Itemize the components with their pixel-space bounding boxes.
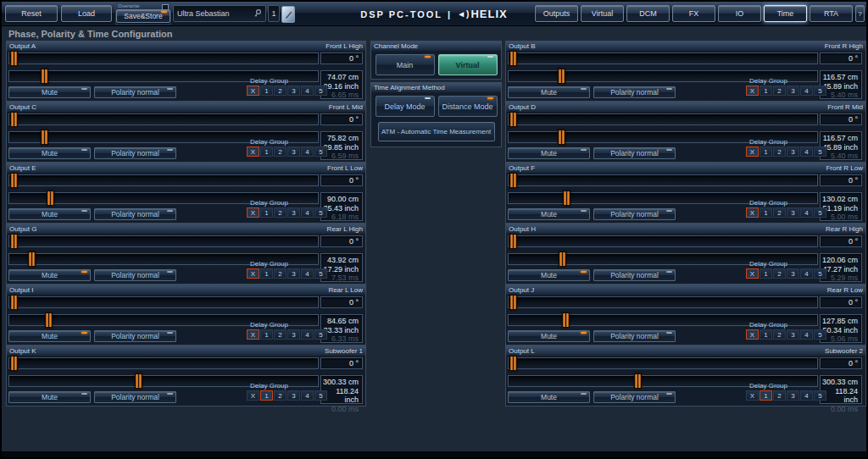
delay-group-1-button[interactable]: 1 bbox=[260, 390, 273, 401]
phase-value-field[interactable]: 0 ° bbox=[320, 113, 363, 125]
help-button[interactable]: ? bbox=[855, 5, 865, 22]
mute-button[interactable]: Mute bbox=[8, 208, 91, 220]
phase-value-field[interactable]: 0 ° bbox=[820, 113, 862, 125]
delay-group-5-button[interactable]: 5 bbox=[314, 268, 327, 279]
distance-slider-handle[interactable] bbox=[41, 69, 48, 84]
distance-slider-handle[interactable] bbox=[135, 373, 142, 389]
delay-group-3-button[interactable]: 3 bbox=[287, 207, 300, 218]
mute-button[interactable]: Mute bbox=[8, 86, 91, 98]
polarity-button[interactable]: Polarity normal bbox=[593, 330, 676, 342]
delay-group-4-button[interactable]: 4 bbox=[800, 268, 813, 279]
phase-slider-handle[interactable] bbox=[509, 112, 517, 127]
delay-group-1-button[interactable]: 1 bbox=[760, 86, 772, 96]
delay-group-2-button[interactable]: 2 bbox=[274, 390, 287, 401]
phase-value-field[interactable]: 0 ° bbox=[320, 357, 363, 369]
polarity-button[interactable]: Polarity normal bbox=[593, 391, 676, 403]
delay-group-5-button[interactable]: 5 bbox=[314, 147, 327, 157]
delay-group-4-button[interactable]: 4 bbox=[800, 86, 813, 96]
phase-slider[interactable] bbox=[508, 174, 818, 186]
mute-button[interactable]: Mute bbox=[508, 391, 590, 403]
delay-group-1-button[interactable]: 1 bbox=[760, 329, 772, 340]
reset-button[interactable]: Reset bbox=[5, 5, 58, 22]
delay-group-1-button[interactable]: 1 bbox=[760, 147, 772, 157]
polarity-button[interactable]: Polarity normal bbox=[94, 86, 176, 98]
delay-group-2-button[interactable]: 2 bbox=[773, 147, 786, 157]
distance-slider-handle[interactable] bbox=[562, 312, 570, 328]
delay-group-4-button[interactable]: 4 bbox=[301, 329, 314, 340]
delay-group-x-button[interactable]: X bbox=[247, 329, 259, 340]
delay-group-4-button[interactable]: 4 bbox=[301, 86, 314, 96]
phase-slider-handle[interactable] bbox=[10, 51, 18, 66]
delay-group-3-button[interactable]: 3 bbox=[787, 207, 799, 218]
delay-group-1-button[interactable]: 1 bbox=[760, 390, 772, 401]
phase-slider[interactable] bbox=[508, 296, 818, 308]
delay-group-x-button[interactable]: X bbox=[746, 207, 759, 218]
phase-slider-handle[interactable] bbox=[509, 173, 517, 188]
distance-slider-handle[interactable] bbox=[558, 130, 565, 145]
delay-group-x-button[interactable]: X bbox=[247, 86, 259, 96]
distance-slider-handle[interactable] bbox=[28, 252, 36, 267]
delay-group-2-button[interactable]: 2 bbox=[773, 268, 786, 279]
delay-group-5-button[interactable]: 5 bbox=[814, 329, 826, 340]
delay-group-4-button[interactable]: 4 bbox=[800, 329, 813, 340]
preset-number-field[interactable]: 1 bbox=[268, 5, 280, 22]
delay-group-5-button[interactable]: 5 bbox=[814, 268, 826, 279]
delay-group-3-button[interactable]: 3 bbox=[787, 147, 799, 157]
phase-slider-handle[interactable] bbox=[10, 173, 18, 188]
delay-group-x-button[interactable]: X bbox=[746, 86, 759, 96]
atm-button[interactable]: ATM - Automatic Time Measurement bbox=[378, 122, 495, 141]
phase-value-field[interactable]: 0 ° bbox=[820, 296, 862, 308]
nav-time-button[interactable]: Time bbox=[764, 5, 807, 22]
main-mode-button[interactable]: Main bbox=[376, 54, 435, 75]
save-store-button[interactable]: Save&Store bbox=[116, 9, 170, 23]
polarity-button[interactable]: Polarity normal bbox=[94, 391, 176, 403]
distance-slider-handle[interactable] bbox=[558, 69, 565, 84]
mute-button[interactable]: Mute bbox=[508, 147, 590, 159]
distance-slider-handle[interactable] bbox=[47, 191, 54, 206]
distance-slider-handle[interactable] bbox=[563, 191, 570, 206]
nav-io-button[interactable]: IO bbox=[718, 5, 761, 22]
delay-mode-button[interactable]: Delay Mode bbox=[376, 96, 435, 117]
delay-group-1-button[interactable]: 1 bbox=[260, 86, 273, 96]
delay-group-4-button[interactable]: 4 bbox=[301, 207, 314, 218]
polarity-button[interactable]: Polarity normal bbox=[593, 269, 676, 281]
delay-group-3-button[interactable]: 3 bbox=[787, 390, 799, 401]
phase-value-field[interactable]: 0 ° bbox=[320, 53, 363, 64]
phase-slider-handle[interactable] bbox=[509, 51, 517, 66]
phase-slider-handle[interactable] bbox=[509, 234, 517, 249]
polarity-button[interactable]: Polarity normal bbox=[593, 208, 676, 220]
delay-group-x-button[interactable]: X bbox=[746, 390, 759, 401]
phase-value-field[interactable]: 0 ° bbox=[820, 357, 862, 369]
delay-group-4-button[interactable]: 4 bbox=[800, 390, 813, 401]
phase-slider-handle[interactable] bbox=[509, 295, 517, 310]
delay-group-2-button[interactable]: 2 bbox=[773, 329, 786, 340]
delay-group-x-button[interactable]: X bbox=[746, 268, 759, 279]
load-button[interactable]: Load bbox=[61, 5, 112, 22]
mute-button[interactable]: Mute bbox=[8, 147, 91, 159]
delay-group-x-button[interactable]: X bbox=[746, 147, 759, 157]
distance-mode-button[interactable]: Distance Mode bbox=[438, 96, 498, 117]
phase-slider[interactable] bbox=[508, 235, 818, 247]
delay-group-1-button[interactable]: 1 bbox=[260, 268, 273, 279]
delay-group-1-button[interactable]: 1 bbox=[760, 207, 772, 218]
mute-button[interactable]: Mute bbox=[508, 86, 590, 98]
delay-group-2-button[interactable]: 2 bbox=[773, 390, 786, 401]
delay-group-5-button[interactable]: 5 bbox=[314, 390, 327, 401]
delay-group-3-button[interactable]: 3 bbox=[787, 86, 799, 96]
phase-slider[interactable] bbox=[508, 53, 818, 64]
mute-button[interactable]: Mute bbox=[508, 269, 590, 281]
delay-group-5-button[interactable]: 5 bbox=[814, 86, 826, 96]
nav-outputs-button[interactable]: Outputs bbox=[535, 5, 578, 22]
delay-group-3-button[interactable]: 3 bbox=[287, 86, 300, 96]
delay-group-5-button[interactable]: 5 bbox=[314, 329, 327, 340]
polarity-button[interactable]: Polarity normal bbox=[94, 147, 176, 159]
delay-group-2-button[interactable]: 2 bbox=[274, 268, 287, 279]
phase-value-field[interactable]: 0 ° bbox=[320, 235, 363, 247]
nav-fx-button[interactable]: FX bbox=[672, 5, 715, 22]
phase-slider-handle[interactable] bbox=[509, 356, 517, 371]
delay-group-x-button[interactable]: X bbox=[247, 147, 259, 157]
delay-group-4-button[interactable]: 4 bbox=[301, 268, 314, 279]
phase-value-field[interactable]: 0 ° bbox=[820, 53, 862, 64]
delay-group-3-button[interactable]: 3 bbox=[287, 147, 300, 157]
phase-slider[interactable] bbox=[508, 113, 818, 125]
